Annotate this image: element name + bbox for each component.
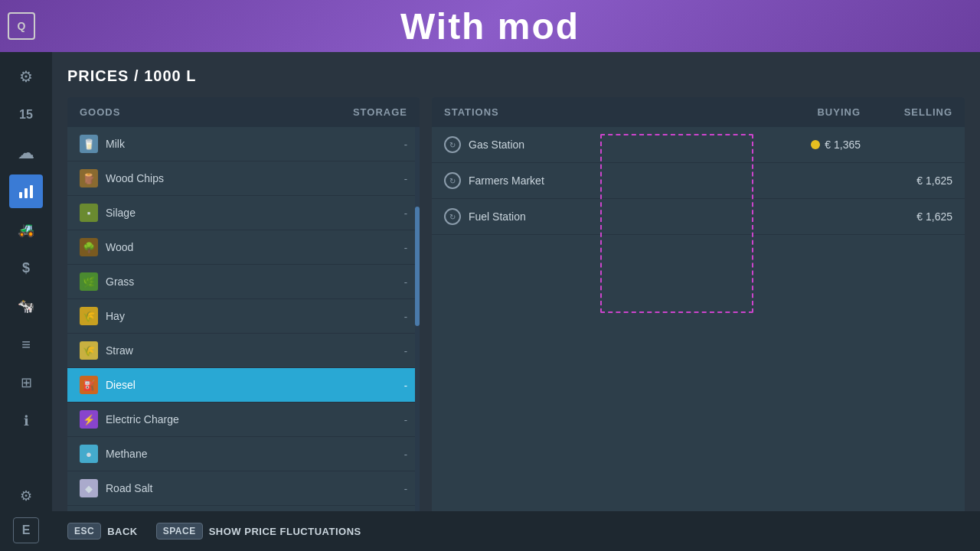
sidebar-item-chart[interactable] (9, 174, 43, 208)
sidebar-item-weather[interactable]: ☁ (9, 136, 43, 170)
goods-name-wood: Wood (106, 241, 404, 253)
sidebar-item-tasks[interactable]: ≡ (9, 328, 43, 361)
goods-storage-straw: - (404, 345, 407, 357)
goods-name-hay: Hay (106, 310, 404, 322)
selling-column-header: SELLING (861, 106, 952, 118)
chart-icon (18, 183, 34, 200)
goods-icon-electric-charge: ⚡ (80, 410, 98, 429)
top-banner: Q With mod (0, 0, 980, 52)
station-item-farmers-market[interactable]: ↻Farmers Market€ 1,625 (432, 163, 965, 199)
goods-item-hay[interactable]: 🌾Hay- (67, 299, 420, 334)
goods-item-wood-chips[interactable]: 🪵Wood Chips- (67, 161, 420, 196)
station-selling-farmers-market: € 1,625 (861, 174, 952, 187)
goods-storage-wood: - (404, 242, 407, 253)
goods-item-grass[interactable]: 🌿Grass- (67, 265, 420, 299)
goods-icon-silage: ▪ (80, 204, 98, 222)
goods-name-silage: Silage (106, 207, 404, 219)
goods-icon-road-salt: ◆ (80, 479, 98, 497)
fluctuations-label: SHOW PRICE FLUCTUATIONS (209, 526, 361, 537)
goods-icon-hay: 🌾 (80, 307, 98, 325)
q-badge: Q (8, 12, 35, 40)
station-buying-gas-station: € 1,365 (753, 139, 861, 151)
goods-name-electric-charge: Electric Charge (106, 413, 404, 425)
goods-icon-milk: 🥛 (80, 135, 98, 153)
svg-rect-1 (24, 188, 28, 198)
sidebar-item-animal[interactable]: 🐄 (9, 289, 43, 323)
sidebar-item-tractor[interactable]: 🚜 (9, 213, 43, 246)
station-icon-farmers-market: ↻ (444, 172, 461, 189)
goods-name-wood-chips: Wood Chips (106, 172, 404, 184)
station-selling-fuel-station: € 1,625 (861, 210, 952, 223)
fluctuations-button-group: SPACE SHOW PRICE FLUCTUATIONS (156, 523, 361, 540)
sidebar-item-help[interactable]: ℹ (9, 404, 43, 438)
station-name-farmers-market: Farmers Market (469, 174, 753, 187)
bottom-bar: ESC BACK SPACE SHOW PRICE FLUCTUATIONS (52, 511, 980, 551)
goods-name-grass: Grass (106, 276, 404, 288)
goods-item-milk[interactable]: 🥛Milk- (67, 127, 420, 161)
goods-item-wood[interactable]: 🌳Wood- (67, 230, 420, 265)
goods-icon-grass: 🌿 (80, 272, 98, 291)
goods-item-electric-charge[interactable]: ⚡Electric Charge- (67, 403, 420, 437)
station-list: ↻Gas Station€ 1,365↻Farmers Market€ 1,62… (432, 127, 965, 526)
goods-item-diesel[interactable]: ⛽Diesel- (67, 368, 420, 403)
panels-row: GOODS STORAGE 🥛Milk-🪵Wood Chips-▪Silage-… (67, 97, 965, 526)
sidebar: ⚙ 15 ☁ 🚜 $ 🐄 ≡ ⊞ ℹ ⚙ E (0, 52, 52, 551)
sidebar-item-money[interactable]: $ (9, 251, 43, 285)
sidebar-item-settings[interactable]: ⚙ (9, 479, 43, 513)
goods-storage-wood-chips: - (404, 173, 407, 184)
goods-icon-diesel: ⛽ (80, 376, 98, 394)
station-icon-gas-station: ↻ (444, 136, 461, 153)
goods-icon-wood-chips: 🪵 (80, 169, 98, 187)
goods-storage-road-salt: - (404, 483, 407, 494)
stations-panel-header: STATIONS BUYING SELLING (432, 97, 965, 127)
goods-name-milk: Milk (106, 138, 404, 150)
goods-storage-grass: - (404, 276, 407, 288)
sidebar-item-wheel[interactable]: ⚙ (9, 60, 43, 93)
station-icon-fuel-station: ↻ (444, 208, 461, 225)
goods-icon-wood: 🌳 (80, 238, 98, 256)
buying-column-header: BUYING (753, 106, 861, 118)
goods-icon-methane: ● (80, 445, 98, 463)
esc-key[interactable]: ESC (67, 523, 101, 540)
stations-panel: STATIONS BUYING SELLING ↻Gas Station€ 1,… (432, 97, 965, 526)
banner-title: With mod (400, 5, 580, 47)
page-title: PRICES / 1000 L (67, 67, 965, 85)
goods-storage-diesel: - (404, 380, 407, 391)
back-label: BACK (107, 526, 138, 537)
goods-name-methane: Methane (106, 448, 404, 460)
sidebar-item-calendar[interactable]: 15 (9, 98, 43, 132)
station-name-fuel-station: Fuel Station (469, 210, 753, 223)
svg-rect-2 (30, 185, 33, 198)
goods-storage-silage: - (404, 207, 407, 219)
scrollbar-track[interactable] (415, 127, 420, 526)
svg-rect-0 (19, 192, 22, 198)
goods-name-road-salt: Road Salt (106, 482, 404, 494)
goods-item-methane[interactable]: ●Methane- (67, 437, 420, 471)
goods-item-road-salt[interactable]: ◆Road Salt- (67, 471, 420, 506)
sidebar-item-e[interactable]: E (13, 517, 39, 543)
goods-list: 🥛Milk-🪵Wood Chips-▪Silage-🌳Wood-🌿Grass-🌾… (67, 127, 420, 526)
station-item-fuel-station[interactable]: ↻Fuel Station€ 1,625 (432, 199, 965, 235)
goods-storage-electric-charge: - (404, 414, 407, 425)
buy-dot-gas-station (811, 140, 820, 149)
goods-item-straw[interactable]: 🌾Straw- (67, 334, 420, 368)
main-content: PRICES / 1000 L GOODS STORAGE 🥛Milk-🪵Woo… (52, 52, 980, 551)
goods-panel-header: GOODS STORAGE (67, 97, 420, 127)
space-key[interactable]: SPACE (156, 523, 203, 540)
goods-storage-milk: - (404, 139, 407, 150)
goods-storage-hay: - (404, 311, 407, 322)
goods-name-diesel: Diesel (106, 379, 404, 391)
goods-name-straw: Straw (106, 344, 404, 357)
sidebar-item-production[interactable]: ⊞ (9, 366, 43, 399)
goods-panel: GOODS STORAGE 🥛Milk-🪵Wood Chips-▪Silage-… (67, 97, 420, 526)
storage-column-header: STORAGE (353, 106, 407, 118)
goods-storage-methane: - (404, 448, 407, 460)
back-button-group: ESC BACK (67, 523, 138, 540)
stations-column-header: STATIONS (444, 106, 753, 118)
goods-column-header: GOODS (80, 106, 353, 118)
goods-item-silage[interactable]: ▪Silage- (67, 196, 420, 230)
station-item-gas-station[interactable]: ↻Gas Station€ 1,365 (432, 127, 965, 163)
goods-icon-straw: 🌾 (80, 341, 98, 360)
scrollbar-thumb[interactable] (415, 207, 420, 326)
station-name-gas-station: Gas Station (469, 139, 753, 151)
